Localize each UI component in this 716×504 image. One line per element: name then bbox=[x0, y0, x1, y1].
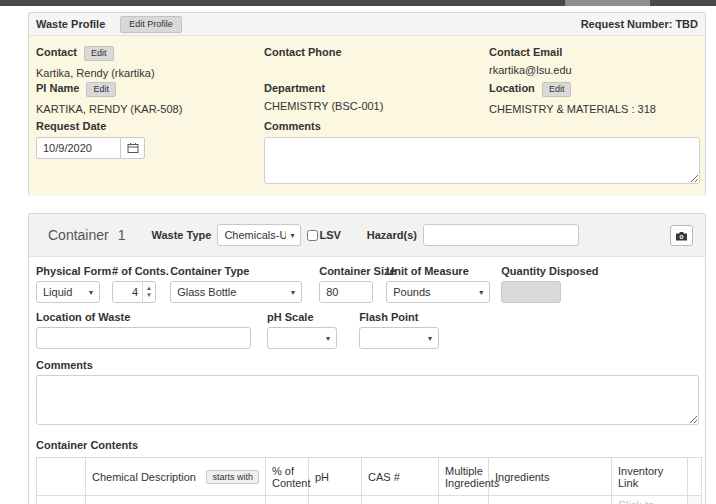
top-scrollbar-track[interactable] bbox=[0, 0, 716, 6]
inventory-link-cell[interactable]: Click to enter Inventory Link # bbox=[612, 496, 688, 504]
quantity-disposed-label: Quantity Disposed bbox=[501, 265, 563, 277]
flash-point-label: Flash Point bbox=[359, 311, 439, 323]
container-size-input[interactable]: 80 bbox=[319, 281, 373, 303]
chevron-down-icon: ▾ bbox=[291, 288, 295, 297]
lsv-checkbox[interactable] bbox=[307, 230, 318, 241]
stepper-up-icon[interactable]: ▲ bbox=[146, 285, 152, 292]
multiple-ingredients-header: Multiple Ingredients bbox=[439, 458, 489, 496]
chevron-down-icon: ▾ bbox=[89, 288, 93, 297]
pct-of-content-cell[interactable]: 100.00 bbox=[266, 496, 309, 504]
waste-profile-body: Contact Edit Kartika, Rendy (rkartika) C… bbox=[29, 36, 705, 196]
lsv-checkbox-group: LSV bbox=[307, 229, 340, 241]
chemical-description-header-label: Chemical Description bbox=[92, 471, 196, 483]
num-conts-label: # of Conts. bbox=[112, 265, 158, 277]
location-field: Location Edit CHEMISTRY & MATERIALS : 31… bbox=[489, 82, 656, 115]
profile-comments-label: Comments bbox=[264, 120, 321, 132]
location-of-waste-field: Location of Waste bbox=[36, 311, 251, 349]
calendar-icon bbox=[127, 142, 139, 154]
stepper-arrows[interactable]: ▲▼ bbox=[142, 282, 155, 302]
request-date-field: Request Date 10/9/2020 bbox=[36, 120, 145, 159]
container-panel: Container 1 Waste Type Chemicals-Used ▾ … bbox=[28, 213, 706, 504]
hazards-label: Hazard(s) bbox=[367, 229, 417, 241]
department-value: CHEMISTRY (BSC-001) bbox=[264, 100, 383, 112]
physical-form-value: Liquid bbox=[43, 286, 85, 298]
container-contents-table: Chemical Description starts with % of Co… bbox=[36, 457, 702, 504]
ingredients-header: Ingredients bbox=[489, 458, 612, 496]
container-form: Physical Form Liquid ▾ # of Conts. 4 ▲▼ … bbox=[29, 257, 705, 504]
num-conts-value: 4 bbox=[113, 282, 142, 302]
location-of-waste-label: Location of Waste bbox=[36, 311, 251, 323]
location-edit-button[interactable]: Edit bbox=[542, 82, 572, 97]
pi-name-value: KARTIKA, RENDY (KAR-508) bbox=[36, 103, 182, 115]
chemical-description-cell[interactable]: SearchWASTE HALOGENATED SOLVENTS - KARTI… bbox=[86, 496, 266, 504]
physical-form-label: Physical Form bbox=[36, 265, 102, 277]
container-type-field: Container Type Glass Bottle ▾ bbox=[170, 265, 304, 303]
scrollbar-header-cell bbox=[688, 458, 702, 496]
row-selector-cell[interactable]: ☞ bbox=[37, 496, 86, 504]
ph-scale-select[interactable]: ▾ bbox=[267, 327, 337, 349]
request-date-label: Request Date bbox=[36, 120, 106, 132]
cas-cell[interactable]: Click to enter CAS # bbox=[362, 496, 439, 504]
container-comments-textarea[interactable] bbox=[36, 375, 699, 425]
profile-comments-field: Comments bbox=[264, 120, 700, 186]
table-row: ☞ SearchWASTE HALOGENATED SOLVENTS - KAR… bbox=[37, 496, 702, 504]
unit-of-measure-field: Unit of Measure Pounds ▾ bbox=[386, 265, 492, 303]
container-row-2: Location of Waste pH Scale ▾ Flash Point… bbox=[36, 311, 698, 349]
lsv-label: LSV bbox=[319, 229, 340, 241]
num-conts-stepper[interactable]: 4 ▲▼ bbox=[112, 281, 156, 303]
physical-form-select[interactable]: Liquid ▾ bbox=[36, 281, 100, 303]
request-number: Request Number: TBD bbox=[581, 18, 698, 30]
profile-comments-textarea[interactable] bbox=[264, 137, 700, 184]
chevron-down-icon: ▾ bbox=[290, 231, 294, 240]
container-type-select[interactable]: Glass Bottle ▾ bbox=[170, 281, 302, 303]
chevron-down-icon: ▾ bbox=[428, 334, 432, 343]
pi-name-field: PI Name Edit KARTIKA, RENDY (KAR-508) bbox=[36, 82, 182, 115]
pct-of-content-header: % of Content bbox=[266, 458, 309, 496]
container-title: Container 1 bbox=[48, 227, 126, 243]
stepper-down-icon[interactable]: ▼ bbox=[146, 292, 152, 299]
inventory-link-header: Inventory Link bbox=[612, 458, 688, 496]
contact-edit-button[interactable]: Edit bbox=[84, 46, 114, 61]
camera-icon bbox=[675, 231, 688, 241]
contact-phone-label: Contact Phone bbox=[264, 46, 342, 58]
waste-profile-title: Waste Profile bbox=[36, 18, 105, 30]
container-title-text: Container bbox=[48, 227, 109, 243]
container-comments-field: Comments bbox=[36, 359, 698, 427]
ph-cell[interactable]: Click to enter pH bbox=[309, 496, 362, 504]
unit-of-measure-select[interactable]: Pounds ▾ bbox=[386, 281, 490, 303]
table-header-row: Chemical Description starts with % of Co… bbox=[37, 458, 702, 496]
row-selector-header bbox=[37, 458, 86, 496]
waste-profile-header: Waste Profile Edit Profile Request Numbe… bbox=[29, 13, 705, 36]
pi-name-edit-button[interactable]: Edit bbox=[86, 82, 116, 97]
starts-with-button[interactable]: starts with bbox=[206, 470, 259, 484]
waste-type-value: Chemicals-Used bbox=[224, 229, 286, 241]
multiple-ingredients-cell[interactable]: No bbox=[439, 496, 489, 504]
waste-type-select[interactable]: Chemicals-Used ▾ bbox=[217, 224, 301, 246]
camera-button[interactable] bbox=[670, 225, 693, 246]
container-number: 1 bbox=[118, 227, 126, 243]
waste-type-label: Waste Type bbox=[152, 229, 212, 241]
container-comments-label: Comments bbox=[36, 359, 698, 371]
location-label: Location bbox=[489, 82, 535, 94]
quantity-disposed-field: Quantity Disposed bbox=[501, 265, 563, 303]
request-date-input[interactable]: 10/9/2020 bbox=[36, 137, 121, 159]
contact-phone-field: Contact Phone bbox=[264, 46, 342, 64]
top-scrollbar-thumb[interactable] bbox=[565, 0, 650, 6]
ingredients-cell[interactable] bbox=[489, 496, 612, 504]
contact-label: Contact bbox=[36, 46, 77, 58]
pi-name-label: PI Name bbox=[36, 82, 79, 94]
contact-email-value: rkartika@lsu.edu bbox=[489, 64, 572, 76]
waste-profile-panel: Waste Profile Edit Profile Request Numbe… bbox=[28, 12, 706, 196]
edit-profile-button[interactable]: Edit Profile bbox=[120, 16, 182, 33]
contact-email-field: Contact Email rkartika@lsu.edu bbox=[489, 46, 572, 76]
container-header: Container 1 Waste Type Chemicals-Used ▾ … bbox=[29, 214, 705, 257]
location-of-waste-input[interactable] bbox=[36, 327, 251, 349]
chemical-description-header: Chemical Description starts with bbox=[86, 458, 266, 496]
contact-email-label: Contact Email bbox=[489, 46, 562, 58]
flash-point-select[interactable]: ▾ bbox=[359, 327, 439, 349]
unit-of-measure-value: Pounds bbox=[393, 286, 475, 298]
container-type-label: Container Type bbox=[170, 265, 304, 277]
table-scrollbar[interactable]: ▲ bbox=[688, 496, 702, 504]
calendar-button[interactable] bbox=[121, 137, 145, 159]
hazards-input[interactable] bbox=[423, 224, 579, 246]
